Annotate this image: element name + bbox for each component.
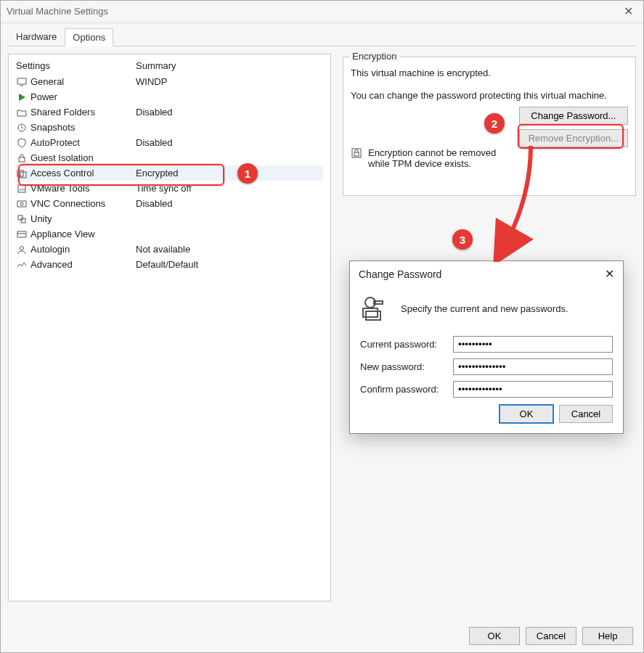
svg-point-14 <box>20 246 24 250</box>
settings-item-name: Autologin <box>30 244 70 255</box>
settings-item-summary: Default/Default <box>136 259 198 270</box>
footer-buttons: OK Cancel Help <box>469 627 633 645</box>
encryption-hint: You can change the password protecting t… <box>351 90 628 101</box>
tab-strip: Hardware Options <box>8 28 636 46</box>
dialog-cancel-button[interactable]: Cancel <box>559 405 613 423</box>
settings-item-name: VNC Connections <box>30 198 105 209</box>
settings-item-summary: Not available <box>136 244 190 255</box>
dialog-title: Change Password <box>359 268 441 280</box>
settings-item-summary: Disabled <box>136 107 173 118</box>
settings-item-name: Shared Folders <box>30 107 95 118</box>
svg-rect-8 <box>17 201 26 207</box>
settings-item-summary: WINDP <box>136 76 167 87</box>
settings-item-name: Snapshots <box>30 122 75 133</box>
annotation-box-1 <box>18 164 224 186</box>
lock-warning-icon <box>351 147 362 159</box>
display-icon <box>16 76 28 88</box>
encryption-status: This virtual machine is encrypted. <box>351 67 628 78</box>
vnc-icon <box>16 198 28 210</box>
title-bar: Virtual Machine Settings ✕ <box>1 1 643 23</box>
folder-icon <box>16 107 28 118</box>
settings-item-autoprotect[interactable]: AutoProtectDisabled <box>16 135 323 150</box>
svg-rect-3 <box>19 157 25 162</box>
settings-item-name: Guest Isolation <box>30 152 94 163</box>
dialog-ok-button[interactable]: OK <box>500 405 553 423</box>
settings-item-name: Power <box>30 91 57 102</box>
new-password-input[interactable] <box>453 358 613 375</box>
encryption-legend: Encryption <box>349 51 399 62</box>
settings-item-unity[interactable]: Unity <box>16 211 323 226</box>
settings-item-summary: Disabled <box>136 198 173 209</box>
current-password-input[interactable] <box>453 336 613 353</box>
settings-item-vnc-connections[interactable]: VNC ConnectionsDisabled <box>16 196 323 211</box>
svg-rect-12 <box>17 231 26 237</box>
change-password-dialog: Change Password ✕ Specify the current an… <box>349 260 624 434</box>
settings-item-name: Appliance View <box>30 229 95 239</box>
new-password-label: New password: <box>360 361 447 372</box>
callout-2: 2 <box>484 113 505 134</box>
advanced-icon <box>16 259 28 271</box>
shield-icon <box>16 137 28 149</box>
dialog-close-icon[interactable]: ✕ <box>605 267 614 281</box>
settings-item-shared-folders[interactable]: Shared FoldersDisabled <box>16 104 323 120</box>
change-password-button[interactable]: Change Password... <box>519 107 628 125</box>
settings-item-appliance-view[interactable]: Appliance View <box>16 226 323 242</box>
settings-item-name: AutoProtect <box>30 137 80 148</box>
tpm-warning: Encryption cannot be removed while TPM d… <box>351 147 628 169</box>
user-icon <box>16 244 28 255</box>
dialog-hint: Specify the current and new passwords. <box>401 303 568 314</box>
current-password-label: Current password: <box>360 339 447 350</box>
svg-rect-11 <box>21 218 25 223</box>
col-settings: Settings <box>16 60 136 71</box>
settings-item-snapshots[interactable]: Snapshots <box>16 120 323 135</box>
svg-rect-0 <box>17 78 26 84</box>
unity-icon <box>16 213 28 225</box>
tab-hardware[interactable]: Hardware <box>8 28 65 46</box>
settings-item-guest-isolation[interactable]: Guest Isolation <box>16 150 323 165</box>
ok-button[interactable]: OK <box>469 627 520 645</box>
close-icon[interactable]: ✕ <box>619 1 637 22</box>
svg-rect-10 <box>18 215 23 220</box>
col-summary: Summary <box>136 60 176 71</box>
confirm-password-input[interactable] <box>453 381 613 398</box>
column-headers: Settings Summary <box>16 60 323 71</box>
clock-icon <box>16 122 28 134</box>
annotation-box-2 <box>518 124 624 149</box>
window-title: Virtual Machine Settings <box>7 1 108 22</box>
lock-icon <box>16 152 28 164</box>
svg-rect-16 <box>354 152 359 156</box>
svg-text:vm: vm <box>20 187 25 192</box>
key-icon <box>360 292 392 324</box>
settings-item-advanced[interactable]: AdvancedDefault/Default <box>16 257 323 272</box>
appliance-icon <box>16 229 28 240</box>
settings-item-name: Unity <box>30 213 52 224</box>
callout-1: 1 <box>237 163 258 184</box>
settings-item-summary: Disabled <box>136 137 173 148</box>
settings-panel: Settings Summary GeneralWINDPPowerShared… <box>8 54 331 601</box>
svg-point-9 <box>20 202 23 205</box>
confirm-password-label: Confirm password: <box>360 384 447 395</box>
settings-item-power[interactable]: Power <box>16 89 323 104</box>
vm-settings-window: Virtual Machine Settings ✕ Hardware Opti… <box>0 0 644 653</box>
callout-3: 3 <box>452 229 473 250</box>
help-button[interactable]: Help <box>582 627 633 645</box>
play-icon <box>16 91 28 103</box>
cancel-button[interactable]: Cancel <box>526 627 576 645</box>
settings-item-general[interactable]: GeneralWINDP <box>16 74 323 89</box>
settings-item-autologin[interactable]: AutologinNot available <box>16 242 323 257</box>
tab-options[interactable]: Options <box>65 28 113 46</box>
settings-item-name: Advanced <box>30 259 73 270</box>
settings-item-name: General <box>30 76 64 87</box>
